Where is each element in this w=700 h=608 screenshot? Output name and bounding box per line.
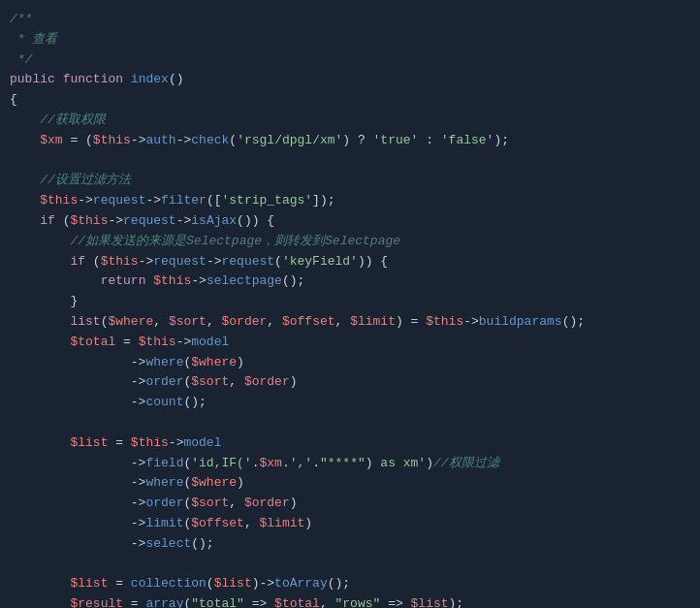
code-line-8 <box>10 151 684 172</box>
code-line-15: } <box>10 292 684 312</box>
code-line-5: { <box>10 90 684 111</box>
function-name: index <box>131 70 169 90</box>
code-line-2: * 查看 <box>10 30 684 50</box>
code-line-16: list ( $where , $sort , $order , $offset… <box>10 312 684 333</box>
code-line-23: -> field ( 'id,IF(' . $xm . ',' . "****"… <box>10 454 684 474</box>
code-line-22: $list = $this -> model <box>10 433 684 454</box>
code-line-9: //设置过滤方法 <box>10 171 684 191</box>
code-line-21 <box>10 413 684 433</box>
code-line-3: */ <box>10 50 684 71</box>
code-line-17: $total = $this -> model <box>10 333 684 353</box>
code-line-27: -> select (); <box>10 534 684 555</box>
code-line-6: //获取权限 <box>10 111 684 131</box>
inline-comment-1: // <box>40 111 55 131</box>
code-line-28 <box>10 555 684 575</box>
code-line-1: /** <box>10 10 684 30</box>
code-line-24: -> where ( $where ) <box>10 473 684 494</box>
code-line-29: $list = collection ( $list )-> toArray (… <box>10 574 684 594</box>
code-line-20: -> count (); <box>10 393 684 413</box>
var-xm: $xm <box>40 131 62 151</box>
code-line-19: -> order ( $sort , $order ) <box>10 372 684 393</box>
comment-close: */ <box>10 50 32 71</box>
code-line-7: $xm = ( $this -> auth -> check ( 'rsgl/d… <box>10 131 684 151</box>
code-line-30: $result = array ( "total" => $total , "r… <box>10 594 684 608</box>
code-line-14: return $this -> selectpage (); <box>10 272 684 292</box>
keyword-public: public <box>10 70 55 90</box>
code-line-10: $this -> request -> filter ([ 'strip_tag… <box>10 191 684 211</box>
code-line-18: -> where ( $where ) <box>10 353 684 373</box>
comment-chinese: 查看 <box>32 30 57 50</box>
code-line-12: //如果发送的来源是Selectpage，则转发到Selectpage <box>10 232 684 252</box>
code-line-26: -> limit ( $offset , $limit ) <box>10 514 684 534</box>
comment-text: * <box>10 30 32 50</box>
comment-open: /** <box>10 10 32 30</box>
code-line-4: public function index () <box>10 70 684 90</box>
keyword-function: function <box>63 70 123 90</box>
code-line-25: -> order ( $sort , $order ) <box>10 494 684 514</box>
code-line-11: if ( $this -> request -> isAjax ()) { <box>10 211 684 232</box>
code-line-13: if ( $this -> request -> request ( 'keyF… <box>10 252 684 272</box>
code-editor: /** * 查看 */ public function index () { /… <box>0 0 700 608</box>
